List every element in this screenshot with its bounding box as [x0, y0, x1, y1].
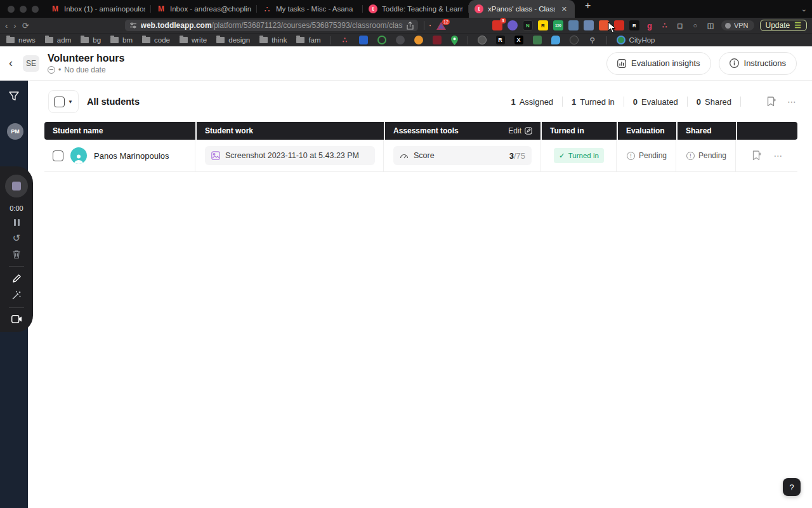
pen-tool-button[interactable]: [12, 274, 22, 283]
stop-icon: [12, 182, 21, 190]
puzzle-extensions-icon[interactable]: ◻: [675, 20, 685, 30]
select-all-control[interactable]: ▼: [48, 90, 79, 113]
edit-label: Edit: [508, 126, 521, 135]
score-max: /75: [514, 151, 525, 161]
extension-icon-g-red[interactable]: g: [645, 20, 655, 30]
address-bar[interactable]: web.toddleapp.com/platform/536871123/cou…: [125, 20, 418, 31]
bookmark-dark-circle-icon[interactable]: [396, 36, 405, 44]
bookmark-add-icon[interactable]: [766, 97, 776, 107]
tab-gmail-1[interactable]: M Inbox (1) - amarinopoulos@gmail.c: [45, 0, 151, 18]
bookmark-red-cross-icon[interactable]: [433, 36, 442, 44]
browser-update-button[interactable]: Update ☰: [760, 20, 807, 31]
reload-button[interactable]: ⟳: [22, 21, 29, 30]
stop-recording-button[interactable]: [5, 175, 28, 197]
pause-recording-button[interactable]: [14, 219, 20, 226]
extension-icon-green-150[interactable]: 150: [553, 20, 563, 30]
bookmark-asana-icon[interactable]: ∴: [341, 36, 350, 44]
extension-icon-r-yellow[interactable]: R: [538, 20, 548, 30]
folder-label: bm: [122, 36, 133, 44]
score-chip[interactable]: Score 3/75: [393, 146, 532, 165]
cell-evaluation: ! Pending: [618, 140, 676, 171]
student-name[interactable]: Panos Marinopoulos: [94, 151, 169, 161]
instructions-button[interactable]: Instructions: [719, 52, 797, 75]
bookmark-folder-write[interactable]: write: [180, 36, 207, 44]
delete-recording-button[interactable]: [12, 250, 21, 259]
close-window-button[interactable]: [8, 6, 15, 13]
extension-icon-r-black[interactable]: R: [629, 20, 639, 30]
button-label: Evaluation insights: [631, 58, 700, 68]
bookmark-dark-globe-icon[interactable]: [570, 36, 579, 44]
edit-assessment-button[interactable]: Edit: [508, 126, 532, 135]
filter-icon[interactable]: [9, 91, 19, 101]
tab-gmail-2[interactable]: M Inbox - andreas@choplinventures.c: [151, 0, 257, 18]
bookmark-x-icon[interactable]: X: [514, 36, 523, 44]
extension-icon-blue-slate[interactable]: [568, 20, 579, 30]
new-tab-button[interactable]: +: [582, 0, 593, 18]
extension-icon-red-speaker[interactable]: [614, 20, 624, 30]
bookmark-cityhop[interactable]: CityHop: [617, 36, 655, 44]
url-path: /platform/536871123/courses/536875393/cl…: [212, 21, 403, 30]
extension-icon-n[interactable]: N: [523, 20, 533, 30]
tab-toddle-home[interactable]: t Toddle: Teaching & Learning platfor: [363, 0, 469, 18]
maximize-window-button[interactable]: [32, 6, 39, 13]
minimize-window-button[interactable]: [20, 6, 27, 13]
bookmark-folder-code[interactable]: code: [142, 36, 170, 44]
select-all-checkbox[interactable]: [54, 97, 65, 107]
back-button[interactable]: ‹: [5, 21, 8, 30]
help-button[interactable]: ?: [783, 478, 801, 496]
restart-recording-button[interactable]: ↺: [13, 233, 21, 243]
browser-toolbar: ‹ › ⟳ web.toddleapp.com/platform/5368711…: [0, 18, 812, 33]
camera-toggle-button[interactable]: [11, 315, 22, 323]
row-more-options-icon[interactable]: ⋯: [774, 150, 783, 161]
close-tab-icon[interactable]: ✕: [560, 4, 569, 15]
bookmark-globe-icon[interactable]: [478, 36, 487, 44]
cell-assessment-tools: Score 3/75: [385, 140, 540, 171]
bookmark-orange-icon[interactable]: [414, 36, 423, 44]
bookmark-folder-design[interactable]: design: [216, 36, 250, 44]
bookmark-blue-icon[interactable]: [359, 36, 368, 44]
share-icon[interactable]: [407, 22, 414, 30]
bookmark-r-icon[interactable]: R: [496, 36, 505, 44]
bookmark-folder-news[interactable]: news: [6, 36, 36, 44]
bookmark-folder-bm[interactable]: bm: [110, 36, 133, 44]
tab-search-chevron-icon[interactable]: ⌄: [801, 5, 807, 13]
maps-pin-icon[interactable]: [451, 36, 458, 45]
site-settings-icon[interactable]: [129, 22, 137, 29]
evaluation-insights-button[interactable]: Evaluation insights: [606, 52, 710, 75]
bookmark-key-icon[interactable]: ⚲: [588, 36, 597, 44]
url-text[interactable]: web.toddleapp.com/platform/536871123/cou…: [141, 21, 403, 30]
bookmark-green-square-icon[interactable]: [533, 36, 542, 44]
bookmark-folder-bg[interactable]: bg: [81, 36, 101, 44]
button-label: Instructions: [744, 58, 786, 68]
extension-icon-orange[interactable]: [599, 20, 609, 30]
bookmark-folder-adm[interactable]: adm: [45, 36, 71, 44]
extension-icon-purple-flower[interactable]: [508, 20, 518, 30]
user-avatar-pm[interactable]: PM: [7, 123, 23, 140]
row-checkbox[interactable]: [53, 150, 63, 161]
back-arrow-button[interactable]: ‹: [9, 57, 13, 70]
bookmark-folder-fam[interactable]: fam: [296, 36, 320, 44]
forward-button[interactable]: ›: [13, 21, 16, 30]
more-options-icon[interactable]: ⋯: [787, 97, 797, 107]
vpn-button[interactable]: VPN: [721, 20, 754, 30]
window-controls[interactable]: [8, 6, 39, 13]
tab-asana[interactable]: ∴ My tasks - Misc - Asana: [257, 0, 363, 18]
bookmark-add-icon[interactable]: [752, 150, 761, 161]
extension-icon-asana[interactable]: ∴: [660, 20, 670, 30]
assignment-type-badge: SE: [23, 55, 39, 72]
person-icon: [73, 154, 84, 164]
bookmark-folder-think[interactable]: think: [259, 36, 287, 44]
bookmark-chat-icon[interactable]: [551, 36, 560, 44]
work-file-chip[interactable]: Screenshot 2023-11-10 at 5.43.23 PM: [205, 146, 375, 165]
bookmark-green-ring-icon[interactable]: [377, 36, 386, 44]
tab-class-stream-active[interactable]: t xPanos' class - Class stream ✕: [469, 0, 575, 18]
sidebar-toggle-icon[interactable]: ◫: [705, 20, 716, 30]
extension-icon-blue-gray[interactable]: [584, 20, 594, 30]
effects-wand-button[interactable]: [11, 290, 22, 300]
group-label: All students: [87, 97, 140, 107]
brave-shield-icon[interactable]: [429, 21, 431, 30]
rewards-triangle-icon[interactable]: 12: [436, 22, 446, 30]
chat-icon[interactable]: ○: [690, 20, 700, 30]
extension-badge: 3: [500, 18, 506, 23]
extension-icon-red-grid[interactable]: 3: [492, 20, 502, 30]
